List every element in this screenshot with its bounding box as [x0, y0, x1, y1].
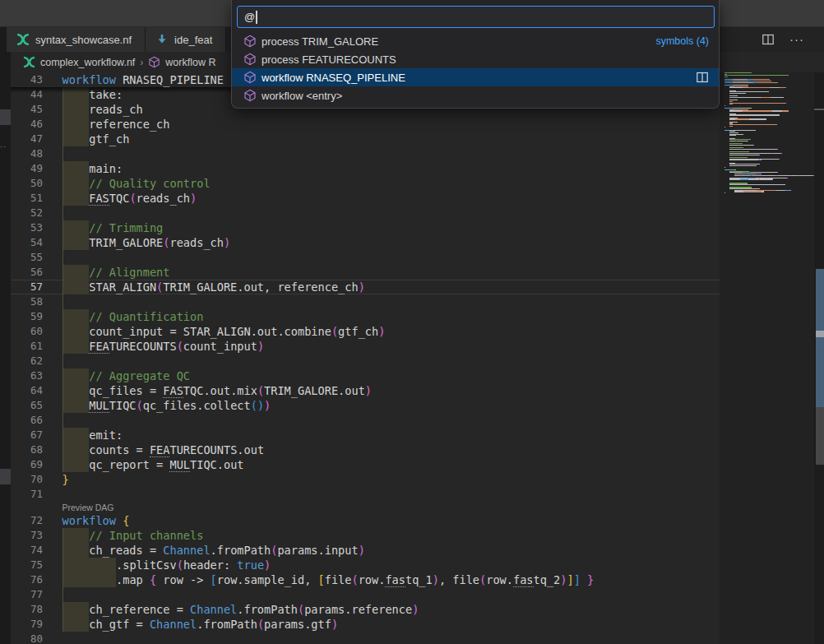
- breadcrumb-file[interactable]: complex_workflow.nf: [40, 57, 135, 68]
- code-line[interactable]: 64qc_files = FASTQC.out.mix(TRIM_GALORE.…: [11, 383, 720, 398]
- line-number[interactable]: 62: [11, 354, 43, 368]
- line-number[interactable]: 48: [11, 146, 43, 161]
- line-number[interactable]: 73: [11, 528, 43, 543]
- line-number[interactable]: 45: [11, 102, 43, 117]
- line-number[interactable]: 63: [11, 368, 43, 383]
- code-line[interactable]: 73// Input channels: [11, 528, 720, 543]
- code-line[interactable]: 46reference_ch: [11, 117, 720, 132]
- code-token: TURECOUNTS: [109, 339, 177, 354]
- code-line[interactable]: 49main:: [11, 161, 720, 176]
- minimap-line: [724, 126, 733, 127]
- code-line[interactable]: 80: [11, 632, 720, 644]
- code-line[interactable]: 52: [11, 206, 720, 220]
- line-number[interactable]: 80: [11, 632, 43, 644]
- code-line[interactable]: 62: [11, 354, 720, 368]
- code-line[interactable]: 57STAR_ALIGN(TRIM_GALORE.out, reference_…: [11, 280, 720, 294]
- line-number[interactable]: 72: [11, 513, 43, 528]
- code-line[interactable]: 48: [11, 146, 720, 161]
- scrollbar-slider[interactable]: [816, 269, 824, 407]
- line-number[interactable]: 74: [11, 543, 43, 558]
- line-number[interactable]: 76: [11, 572, 43, 587]
- line-number[interactable]: 52: [11, 206, 43, 220]
- minimap-token: [770, 87, 780, 88]
- line-number[interactable]: 68: [11, 442, 43, 457]
- line-number[interactable]: 56: [11, 265, 43, 280]
- code-line[interactable]: 58: [11, 294, 720, 309]
- breadcrumb-symbol[interactable]: workflow R: [165, 57, 215, 68]
- code-line[interactable]: 75.splitCsv(header: true): [11, 558, 720, 572]
- line-number[interactable]: 77: [11, 587, 43, 602]
- code-editor[interactable]: 44take:45reads_ch46reference_ch47gtf_ch4…: [11, 72, 720, 644]
- code-line[interactable]: 61FEATURECOUNTS(count_input): [11, 339, 720, 354]
- code-line[interactable]: 69qc_report = MULTIQC.out: [11, 457, 720, 472]
- code-line[interactable]: 55: [11, 250, 720, 265]
- line-number[interactable]: 70: [11, 472, 43, 487]
- line-number[interactable]: 75: [11, 558, 43, 572]
- code-line[interactable]: 63// Aggregate QC: [11, 368, 720, 383]
- quick-open-item[interactable]: workflow <entry>: [232, 86, 719, 104]
- line-number[interactable]: 71: [11, 487, 43, 502]
- code-line[interactable]: 76.map { row -> [row.sample_id, [file(ro…: [11, 572, 720, 587]
- line-number[interactable]: 57: [11, 280, 43, 294]
- line-number[interactable]: 43: [11, 72, 43, 87]
- code-line[interactable]: 71: [11, 487, 720, 502]
- code-line-content: .map { row -> [row.sample_id, [file(row.…: [62, 572, 595, 587]
- line-number[interactable]: 58: [11, 294, 43, 309]
- line-number[interactable]: 78: [11, 602, 43, 617]
- line-number[interactable]: 69: [11, 457, 43, 472]
- code-line[interactable]: 70}: [11, 472, 720, 487]
- split-editor-icon[interactable]: [762, 33, 775, 46]
- code-line[interactable]: 72workflow {: [11, 513, 720, 528]
- code-line[interactable]: 59// Quantification: [11, 309, 720, 324]
- line-number[interactable]: 44: [11, 87, 43, 102]
- code-line[interactable]: 54TRIM_GALORE(reads_ch): [11, 235, 720, 250]
- code-line[interactable]: 78ch_reference = Channel.fromPath(params…: [11, 602, 720, 617]
- codelens-preview-dag[interactable]: Preview DAG: [62, 502, 114, 513]
- line-number[interactable]: 47: [11, 132, 43, 146]
- code-line[interactable]: 67emit:: [11, 428, 720, 442]
- code-line-content: STAR_ALIGN(TRIM_GALORE.out, reference_ch…: [62, 280, 365, 294]
- minimap-token: [741, 175, 751, 176]
- code-line[interactable]: 66: [11, 413, 720, 428]
- line-number[interactable]: 55: [11, 250, 43, 265]
- code-line[interactable]: 60count_input = STAR_ALIGN.out.combine(g…: [11, 324, 720, 339]
- quick-open-item[interactable]: workflow RNASEQ_PIPELINE: [232, 68, 719, 86]
- tab-ide-features[interactable]: ide_feat: [146, 27, 226, 52]
- code-line[interactable]: 47gtf_ch: [11, 132, 720, 146]
- line-number[interactable]: 67: [11, 428, 43, 442]
- line-number[interactable]: 66: [11, 413, 43, 428]
- minimap[interactable]: [720, 72, 824, 644]
- line-number[interactable]: 61: [11, 339, 43, 354]
- open-to-side-icon[interactable]: [696, 71, 709, 84]
- line-number[interactable]: 50: [11, 176, 43, 191]
- quick-open-input[interactable]: @: [237, 6, 715, 28]
- line-number[interactable]: 59: [11, 309, 43, 324]
- minimap-token: [743, 149, 777, 150]
- quick-open-item[interactable]: process TRIM_GALOREsymbols (4): [232, 32, 719, 50]
- line-number[interactable]: 60: [11, 324, 43, 339]
- code-line[interactable]: 50// Quality control: [11, 176, 720, 191]
- line-number[interactable]: 54: [11, 235, 43, 250]
- code-line[interactable]: 51FASTQC(reads_ch): [11, 191, 720, 206]
- more-actions-icon[interactable]: ···: [789, 33, 804, 46]
- code-line[interactable]: 74ch_reads = Channel.fromPath(params.inp…: [11, 543, 720, 558]
- line-number[interactable]: 46: [11, 117, 43, 132]
- tab-syntax-showcase[interactable]: syntax_showcase.nf: [7, 27, 146, 52]
- code-line[interactable]: 53// Trimming: [11, 220, 720, 235]
- code-line[interactable]: 77: [11, 587, 720, 602]
- line-number[interactable]: 51: [11, 191, 43, 206]
- line-number[interactable]: 65: [11, 398, 43, 413]
- code-line[interactable]: 56// Alignment: [11, 265, 720, 280]
- quick-open-item[interactable]: process FEATURECOUNTS: [232, 50, 719, 68]
- line-number[interactable]: 79: [11, 617, 43, 632]
- line-number[interactable]: 53: [11, 220, 43, 235]
- code-line[interactable]: 68counts = FEATURECOUNTS.out: [11, 442, 720, 457]
- code-line[interactable]: 65MULTIQC(qc_files.collect()): [11, 398, 720, 413]
- quick-open-query: @: [244, 11, 255, 23]
- code-line-content: qc_files = FASTQC.out.mix(TRIM_GALORE.ou…: [62, 383, 373, 398]
- code-token: }: [62, 472, 69, 487]
- code-line[interactable]: 79ch_gtf = Channel.fromPath(params.gtf): [11, 617, 720, 632]
- line-number[interactable]: 49: [11, 161, 43, 176]
- line-number[interactable]: 64: [11, 383, 43, 398]
- minimap-line: [724, 160, 762, 161]
